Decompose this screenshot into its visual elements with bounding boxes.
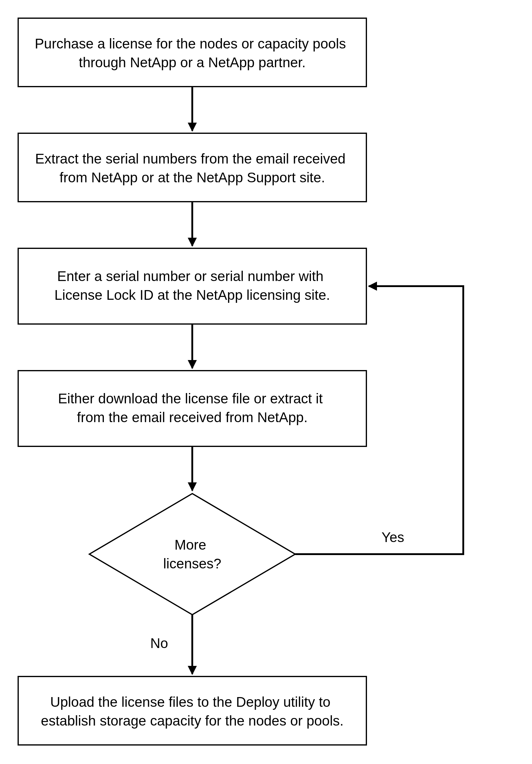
step-download: [18, 371, 366, 446]
step-extract: [18, 133, 366, 202]
step-purchase: [18, 18, 366, 87]
step-enter: [18, 248, 366, 324]
label-no: No: [150, 635, 168, 651]
step-upload: [18, 676, 366, 745]
flowchart: Purchase a license for the nodes or capa…: [0, 0, 532, 764]
label-yes: Yes: [382, 529, 404, 545]
decision-more-licenses: [89, 493, 295, 615]
